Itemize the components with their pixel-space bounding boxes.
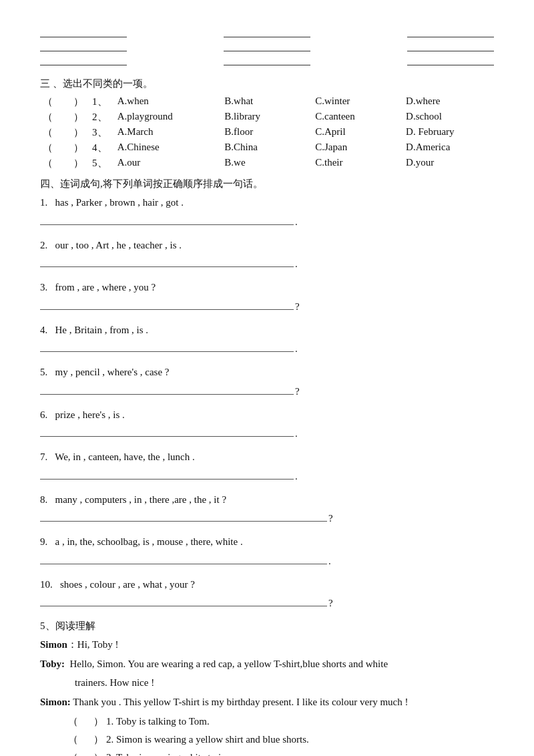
sentence-answer-line-6: . [40,425,494,439]
text-simon2: Thank you . This yellow T-shirt is my bi… [73,697,408,707]
section5: 5、阅读理解 Simon：Hi, Toby ! Toby: Hello, Sim… [40,620,494,756]
mc-D-5: D.your [403,156,494,171]
line-3-3 [407,55,494,65]
sentence-end-10: ? [328,598,333,608]
section4-title: 四、连词成句,将下列单词按正确顺序排成一句话。 [40,178,494,190]
mc-blank-4[interactable] [59,140,70,156]
line-group-3 [407,27,494,65]
mc-A-5: A.our [115,156,222,171]
sentence-num-9: 9. [40,536,47,547]
rq-blank-3[interactable] [81,749,91,756]
sentence-row-2: 2. our , too , Art , he , teacher , is .… [40,237,494,270]
answer-underline-2[interactable] [40,255,294,267]
section5-title: 5、阅读理解 [40,620,494,632]
sentence-answer-line-8: ? [40,510,494,524]
mc-row-3: （ ） 3、 A.March B.floor C.April D. Februa… [40,125,494,140]
mc-row-2: （ ） 2、 A.playground B.library C.canteen … [40,110,494,125]
reading-q-1: （ ） 1. Toby is talking to Tom. [47,713,494,731]
mc-D-2: D.school [403,110,494,125]
answer-underline-7[interactable] [40,467,294,480]
sentence-text-2: our , too , Art , he , teacher , is . [55,240,182,250]
answer-underline-10[interactable] [40,594,327,606]
mc-row-1: （ ） 1、 A.when B.what C.winter D.where [40,94,494,110]
sentence-answer-line-7: . [40,467,494,482]
rq-indent-3 [47,749,65,756]
sentence-words-9: 9. a , in, the, schoolbag, is , mouse , … [40,534,494,551]
sentence-end-2: . [295,258,298,269]
sentence-end-8: ? [328,513,333,524]
toby-line1: Toby: Hello, Simon. You are wearing a re… [40,656,494,673]
section3-title: 三 、选出不同类的一项。 [40,77,494,90]
sentence-text-9: a , in, the, schoolbag, is , mouse , the… [55,536,243,547]
answer-underline-9[interactable] [40,552,327,564]
sentence-end-4: . [295,343,298,354]
mc-num-3: 3、 [89,125,115,140]
sentence-row-8: 8. many , computers , in , there ,are , … [40,492,494,525]
mc-blank-5[interactable] [59,156,70,171]
sentence-num-7: 7. [40,451,47,462]
mc-row-4: （ ） 4、 A.Chinese B.China C.Japan D.Ameri… [40,140,494,156]
sentence-answer-line-10: ? [40,594,494,609]
dialogue-simon-2: Simon: Thank you . This yellow T-shirt i… [40,694,494,711]
sentence-words-5: 5. my , pencil , where's , case ? [40,364,494,381]
mc-A-3: A.March [115,125,222,140]
rq-closeparen-2: ） [93,734,103,745]
mc-B-5: B.we [222,156,312,171]
mc-D-1: D.where [403,94,494,110]
rq-text-2: Simon is wearing a yellow shirt and blue… [116,734,309,745]
rq-blank-1[interactable] [81,713,91,731]
sentence-end-6: . [295,428,298,439]
mc-num-2: 2、 [89,110,115,125]
answer-underline-4[interactable] [40,340,294,352]
sentence-text-5: my , pencil , where's , case ? [55,367,170,377]
mc-closeparen-5: ） [71,156,89,171]
speaker-toby: Toby: [40,658,65,669]
mc-B-4: B.China [222,140,312,156]
answer-underline-5[interactable] [40,383,294,395]
sentence-num-6: 6. [40,409,47,420]
mc-paren-2: （ [40,110,59,125]
answer-underline-6[interactable] [40,425,294,437]
mc-paren-1: （ [40,94,59,110]
sentence-row-5: 5. my , pencil , where's , case ? ? [40,364,494,397]
mc-A-2: A.playground [115,110,222,125]
sentence-row-9: 9. a , in, the, schoolbag, is , mouse , … [40,534,494,567]
sentence-text-3: from , are , where , you ? [55,282,156,293]
mc-paren-3: （ [40,125,59,140]
sentence-text-8: many , computers , in , there ,are , the… [55,494,227,505]
sentence-end-3: ? [295,301,300,312]
line-2-1 [224,27,310,37]
sentence-words-2: 2. our , too , Art , he , teacher , is . [40,237,494,254]
sentence-text-6: prize , here's , is . [55,409,125,420]
sentence-row-3: 3. from , are , where , you ? ? [40,279,494,313]
answer-underline-8[interactable] [40,510,327,522]
mc-num-5: 5、 [89,156,115,171]
mc-paren-5: （ [40,156,59,171]
rq-blank-2[interactable] [81,731,91,749]
mc-blank-1[interactable] [59,94,70,110]
mc-C-1: C.winter [312,94,403,110]
sentence-row-1: 1. has , Parker , brown , hair , got . . [40,194,494,228]
answer-underline-3[interactable] [40,298,294,310]
mc-blank-2[interactable] [59,110,70,125]
rq-text-1: Toby is talking to Tom. [116,716,210,727]
sentence-words-4: 4. He , Britain , from , is . [40,322,494,339]
mc-B-1: B.what [222,94,312,110]
sentence-num-1: 1. [40,197,47,208]
mc-D-4: D.America [403,140,494,156]
rq-openparen-1: （ [68,716,78,727]
mc-B-2: B.library [222,110,312,125]
rq-indent-2 [47,731,65,749]
line-3-1 [407,27,494,37]
sentence-words-1: 1. has , Parker , brown , hair , got . [40,194,494,212]
mc-B-3: B.floor [222,125,312,140]
mc-num-1: 1、 [89,94,115,110]
reading-q-2: （ ） 2. Simon is wearing a yellow shirt a… [47,731,494,749]
sentence-words-10: 10. shoes , colour , are , what , your ? [40,576,494,594]
sentence-answer-line-3: ? [40,298,494,313]
mc-num-4: 4、 [89,140,115,156]
sentence-num-2: 2. [40,240,47,250]
mc-C-3: C.April [312,125,403,140]
mc-blank-3[interactable] [59,125,70,140]
answer-underline-1[interactable] [40,213,294,225]
